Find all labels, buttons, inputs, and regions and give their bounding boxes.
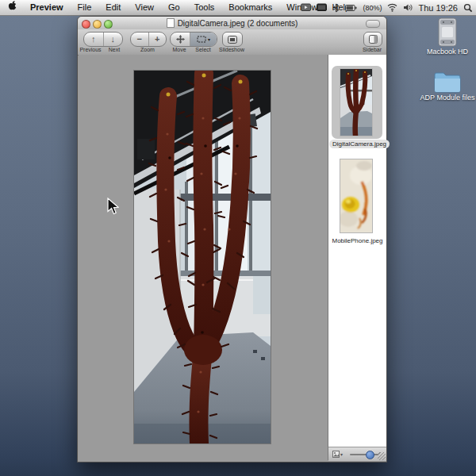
folder-icon — [433, 70, 462, 94]
sidebar-button[interactable] — [363, 32, 382, 47]
image-view-area — [79, 55, 328, 460]
menu-item-preview[interactable]: Preview — [23, 0, 71, 15]
document-proxy-icon[interactable] — [167, 18, 175, 28]
volume-icon[interactable] — [403, 3, 413, 12]
next-button[interactable]: ↓ — [103, 33, 123, 46]
move-tool-button[interactable] — [171, 33, 190, 46]
window-resize-grip[interactable] — [378, 452, 386, 460]
menu-item-file[interactable]: File — [71, 0, 99, 15]
desktop: Preview File Edit View Go Tools Bookmark… — [0, 0, 476, 476]
toolbar: ↑ ↓ Previous Next − + Zoom — [78, 29, 386, 56]
down-arrow-icon: ↓ — [111, 35, 116, 44]
sidebar-bottom-bar: ▾ — [328, 447, 386, 461]
apple-icon — [8, 0, 17, 10]
thumbnail-mobilephone[interactable] — [340, 159, 372, 232]
battery-percent: (80%) — [363, 4, 382, 12]
menu-item-bookmarks[interactable]: Bookmarks — [221, 0, 279, 15]
select-label: Select — [187, 47, 219, 52]
next-label: Next — [102, 47, 127, 52]
sidebar-label: Sidebar — [357, 47, 387, 52]
preview-window: DigitalCamera.jpeg (2 documents) ↑ ↓ Pre… — [77, 16, 387, 463]
wifi-icon[interactable] — [387, 3, 397, 12]
thumbnail-digitalcamera[interactable] — [340, 69, 372, 136]
sidebar-icon — [369, 35, 378, 44]
move-select-group: ▾ — [170, 32, 217, 47]
plus-icon: + — [155, 35, 159, 44]
window-content: DigitalCamera.jpeg — [79, 55, 386, 460]
menu-item-edit[interactable]: Edit — [98, 0, 128, 15]
zoom-out-button[interactable]: − — [131, 33, 148, 46]
menu-item-tools[interactable]: Tools — [187, 0, 222, 15]
size-dropdown-arrow-icon[interactable]: ▾ — [340, 451, 343, 457]
bluetooth-icon[interactable] — [332, 3, 340, 13]
zoom-in-button[interactable]: + — [148, 33, 167, 46]
thumbnail-label[interactable]: MobilePhone.jpeg — [328, 237, 386, 244]
apple-menu[interactable] — [0, 0, 23, 15]
up-arrow-icon: ↑ — [91, 35, 96, 44]
slideshow-button[interactable] — [222, 32, 243, 47]
photo-canvas[interactable] — [134, 71, 271, 443]
menu-item-go[interactable]: Go — [161, 0, 187, 15]
select-dropdown-arrow-icon: ▾ — [208, 36, 210, 42]
window-title: DigitalCamera.jpeg (2 documents) — [78, 18, 386, 28]
slideshow-label: Slideshow — [216, 47, 248, 52]
menu-bar-status: (80%) Thu 19:26 — [301, 0, 473, 15]
battery-icon[interactable] — [345, 4, 357, 12]
select-tool-button[interactable]: ▾ — [190, 33, 217, 46]
toolbar-toggle-pill[interactable] — [366, 20, 380, 28]
video-display-icon[interactable] — [301, 3, 311, 12]
desktop-icon-label: ADP Module files — [419, 94, 476, 102]
select-icon — [197, 36, 206, 43]
zoom-label: Zoom — [130, 47, 165, 52]
menu-bar-clock[interactable]: Thu 19:26 — [418, 3, 458, 13]
thumbnail-label[interactable]: DigitalCamera.jpeg — [329, 140, 385, 148]
thumbnail-size-icon[interactable] — [332, 451, 340, 458]
desktop-icon-macbook-hd[interactable]: Macbook HD — [419, 17, 476, 56]
thumbnail-sidebar: DigitalCamera.jpeg — [328, 55, 386, 460]
spotlight-icon[interactable] — [463, 3, 473, 13]
previous-label: Previous — [78, 47, 103, 52]
display-icon[interactable] — [317, 3, 327, 12]
menu-bar: Preview File Edit View Go Tools Bookmark… — [0, 0, 476, 16]
slideshow-icon — [228, 36, 237, 44]
previous-button[interactable]: ↑ — [84, 33, 103, 46]
desktop-icon-label: Macbook HD — [419, 48, 476, 56]
minus-icon: − — [137, 35, 142, 44]
title-bar[interactable]: DigitalCamera.jpeg (2 documents) — [78, 17, 386, 30]
prev-next-group: ↑ ↓ — [83, 32, 123, 47]
menu-item-view[interactable]: View — [128, 0, 161, 15]
hard-drive-icon — [434, 17, 461, 48]
move-icon — [176, 35, 185, 44]
desktop-icon-adp-module-files[interactable]: ADP Module files — [419, 70, 476, 102]
zoom-group: − + — [130, 32, 167, 47]
thumbnail-size-slider-knob[interactable] — [366, 451, 374, 459]
